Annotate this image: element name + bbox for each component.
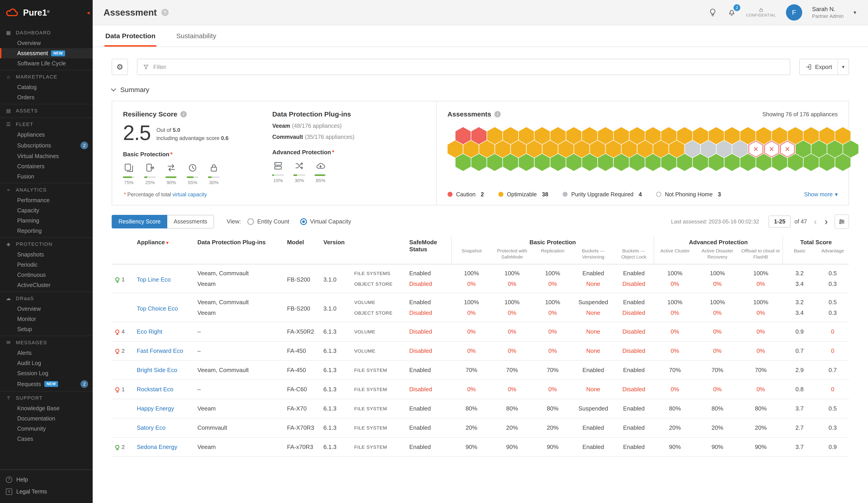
table-settings-gear-button[interactable]: ⚙ — [112, 59, 128, 75]
virtual-capacity-link[interactable]: virtual capacity — [173, 192, 207, 197]
hex-healthy[interactable] — [835, 154, 850, 171]
sidebar-item-subscriptions[interactable]: Subscriptions2 — [0, 140, 93, 151]
filter-input[interactable] — [153, 63, 784, 71]
summary-toggle[interactable]: Summary — [112, 86, 849, 94]
toggle-resiliency-score[interactable]: Resiliency Score — [112, 215, 167, 228]
table-row[interactable]: 1Rockstart Eco–FA-C606.1.3FILE SYSTEMDis… — [112, 380, 849, 399]
sidebar-item-setup[interactable]: Setup — [0, 324, 93, 334]
hex-healthy[interactable] — [645, 154, 661, 171]
sidebar-collapse-icon[interactable]: ◂ — [87, 10, 90, 16]
hex-healthy[interactable] — [487, 154, 503, 171]
col-active-disaster-recovery[interactable]: Active Disaster Recovery — [696, 248, 739, 264]
next-page-button[interactable]: › — [824, 217, 829, 226]
sidebar-item-continuous[interactable]: Continuous — [0, 270, 93, 280]
appliance-link[interactable]: Rockstart Eco — [137, 386, 173, 393]
hex-healthy[interactable] — [503, 154, 518, 171]
sidebar-item-knowledge-base[interactable]: Knowledge Base — [0, 403, 93, 413]
show-more-link[interactable]: Show more ▾ — [804, 191, 838, 198]
sidebar-item-audit-log[interactable]: Audit Log — [0, 358, 93, 368]
export-button[interactable]: Export ▾ — [799, 59, 849, 75]
sidebar-item-alerts[interactable]: Alerts — [0, 348, 93, 358]
info-icon[interactable] — [180, 111, 187, 117]
sidebar-section-header-analytics[interactable]: ≈ANALYTICS — [0, 183, 93, 195]
sidebar-footer-legal-terms[interactable]: ≡Legal Terms — [0, 485, 93, 497]
prev-page-button[interactable]: ‹ — [813, 217, 818, 226]
sidebar-item-virtual-machines[interactable]: Virtual Machines — [0, 151, 93, 161]
sidebar-section-header-protection[interactable]: ◈PROTECTION — [0, 238, 93, 249]
appliance-link[interactable]: Satory Eco — [137, 424, 165, 431]
sidebar-section-header-fleet[interactable]: ☰FLEET — [0, 118, 93, 130]
sidebar-item-planning[interactable]: Planning — [0, 216, 93, 226]
toggle-assessments[interactable]: Assessments — [167, 215, 214, 228]
table-row[interactable]: 1Top Line EcoVeeam, CommvaultFB-S2003.1.… — [112, 264, 849, 280]
hex-healthy[interactable] — [756, 154, 772, 171]
sidebar-item-software-life-cycle[interactable]: Software Life Cycle — [0, 58, 93, 69]
hex-healthy[interactable] — [724, 154, 740, 171]
sidebar-item-overview[interactable]: Overview — [0, 38, 93, 48]
sidebar-item-monitor[interactable]: Monitor — [0, 314, 93, 324]
table-row[interactable]: Happy EnergyVeeamFA-X706.1.3FILE SYSTEME… — [112, 399, 849, 418]
sidebar-item-orders[interactable]: Orders — [0, 92, 93, 102]
col-offload-to-cloud-or-flashb[interactable]: Offload to cloud or FlashB — [739, 248, 783, 264]
appliance-link[interactable]: Top Choice Eco — [137, 305, 178, 312]
appliance-link[interactable]: Eco Right — [137, 328, 162, 335]
col-replication[interactable]: Replication — [533, 248, 573, 264]
sidebar-item-assessment[interactable]: AssessmentNEW — [0, 48, 93, 58]
sidebar-footer-help[interactable]: ?Help — [0, 474, 93, 485]
radio-entity-count[interactable]: Entity Count — [247, 218, 289, 225]
hex-healthy[interactable] — [582, 154, 597, 171]
sidebar-item-snapshots[interactable]: Snapshots — [0, 249, 93, 260]
sidebar-item-containers[interactable]: Containers — [0, 161, 93, 172]
sidebar-item-catalog[interactable]: Catalog — [0, 82, 93, 92]
lightbulb-icon[interactable] — [708, 8, 717, 17]
radio-dot[interactable] — [247, 218, 254, 225]
col-buckets-versioning[interactable]: Buckets — Versioning — [573, 248, 614, 264]
col-version[interactable]: Version — [320, 236, 351, 264]
sidebar-item-reporting[interactable]: Reporting — [0, 226, 93, 236]
appliance-link[interactable]: Happy Energy — [137, 405, 174, 412]
sidebar-item-capacity[interactable]: Capacity — [0, 205, 93, 216]
hex-healthy[interactable] — [709, 154, 724, 171]
sidebar-item-periodic[interactable]: Periodic — [0, 260, 93, 270]
export-caret-icon[interactable]: ▾ — [838, 64, 849, 70]
sidebar-section-header-draas[interactable]: ☁DRaaS — [0, 292, 93, 304]
sidebar-item-activecluster[interactable]: ActiveCluster — [0, 280, 93, 290]
table-row[interactable]: 2Fast Forward Eco–FA-4506.1.3VOLUMEDisab… — [112, 341, 849, 360]
hex-healthy[interactable] — [677, 154, 692, 171]
sidebar-section-header-dashboard[interactable]: ▦DASHBOARD — [0, 26, 93, 38]
page-help-icon[interactable] — [162, 9, 169, 16]
tab-data-protection[interactable]: Data Protection — [104, 25, 156, 47]
table-row[interactable]: Bright Side EcoVeeam, CommvaultFA-4506.1… — [112, 360, 849, 380]
hex-healthy[interactable] — [614, 154, 629, 171]
col-appliance[interactable]: Appliance▾ — [133, 236, 194, 264]
table-row[interactable]: Top Choice EcoVeeam, CommvaultFB-S2003.1… — [112, 293, 849, 309]
sidebar-section-header-support[interactable]: ?SUPPORT — [0, 391, 93, 403]
sidebar-item-fusion[interactable]: Fusion — [0, 172, 93, 182]
sidebar-item-performance[interactable]: Performance — [0, 195, 93, 205]
tab-sustainability[interactable]: Sustainability — [175, 25, 217, 47]
user-menu-caret-icon[interactable]: ▾ — [854, 9, 856, 16]
hex-healthy[interactable] — [693, 154, 708, 171]
hex-healthy[interactable] — [804, 154, 819, 171]
hex-healthy[interactable] — [740, 154, 756, 171]
column-filter-button[interactable] — [835, 214, 849, 229]
hex-healthy[interactable] — [788, 154, 803, 171]
appliance-link[interactable]: Top Line Eco — [137, 276, 170, 283]
radio-dot[interactable] — [300, 218, 307, 225]
hex-healthy[interactable] — [455, 154, 471, 171]
hex-healthy[interactable] — [661, 154, 676, 171]
pure1-logo[interactable]: Pure1® ◂ — [0, 0, 93, 25]
hex-healthy[interactable] — [550, 154, 566, 171]
col-protected-with-safemode[interactable]: Protected with SafeMode — [492, 248, 533, 264]
col-active-cluster[interactable]: Active Cluster — [654, 248, 696, 264]
col-model[interactable]: Model — [283, 236, 320, 264]
notifications-bell-icon[interactable]: 2 — [727, 8, 736, 17]
appliance-link[interactable]: Bright Side Eco — [137, 367, 177, 373]
table-subrow[interactable]: VeeamOBJECT STOREDisabled0%0%0%NoneDisab… — [112, 309, 849, 322]
sidebar-item-requests[interactable]: RequestsNEW2 — [0, 378, 93, 390]
sidebar-item-documentation[interactable]: Documentation — [0, 413, 93, 424]
sidebar-section-header-marketplace[interactable]: ⌂MARKETPLACE — [0, 70, 93, 82]
sidebar-section-header-messages[interactable]: ✉MESSAGES — [0, 336, 93, 348]
filter-input-wrapper[interactable] — [137, 59, 790, 75]
hex-healthy[interactable] — [819, 154, 835, 171]
